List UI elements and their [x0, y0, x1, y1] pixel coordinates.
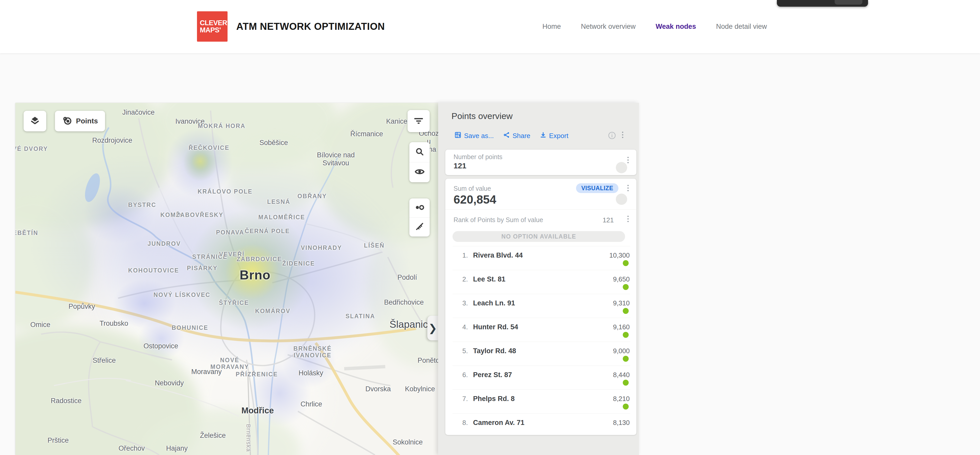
map-label: PŘÍZŘENICE [236, 371, 278, 378]
map-label: ČERNÁ POLE [245, 228, 290, 234]
map-label: Ořechov [119, 445, 145, 453]
map-canvas[interactable]: BrnoŠlapaniceModřiceJinačoviceIvanoviceR… [16, 103, 438, 455]
map-label: Moravany [191, 368, 222, 376]
status-dot [623, 332, 629, 338]
layer-toggle[interactable] [616, 162, 627, 173]
measure-button[interactable] [409, 217, 430, 237]
rank-value: 9,160 [613, 323, 630, 331]
map-label: Popůvky [68, 303, 95, 311]
rank-value: 9,650 [613, 275, 630, 283]
no-option-available-pill: NO OPTION AVAILABLE [452, 231, 625, 242]
map-label: Brněnská [245, 424, 251, 452]
rank-name: Lee St. 81 [473, 275, 506, 283]
map-label: MALOMĚŘICE [258, 214, 305, 220]
map-label: MOKRÁ HORA [198, 123, 245, 129]
points-layer-chip[interactable]: Points [55, 111, 105, 131]
compare-points-button[interactable] [409, 198, 430, 217]
map-label: Rozdrojovice [92, 136, 132, 144]
map-label: KOHOUTOVICE [128, 267, 179, 274]
visibility-button[interactable] [409, 162, 430, 182]
number-of-points-card[interactable]: Number of points 121 [445, 150, 636, 175]
compare-points-icon [414, 202, 425, 214]
rank-number: 3. [452, 299, 468, 307]
nav-network-overview[interactable]: Network overview [581, 22, 636, 30]
layer-toggle[interactable] [616, 193, 627, 205]
rank-row[interactable]: 5.Taylor Rd. 489,000 [452, 342, 630, 366]
compare-measure-group [409, 198, 430, 236]
rank-number: 1. [452, 251, 468, 259]
map-label: ZÁBRDOVICE [237, 256, 282, 262]
search-icon [415, 147, 425, 158]
save-as-label: Save as... [464, 132, 494, 140]
info-icon[interactable] [608, 131, 616, 141]
nav-node-detail-view[interactable]: Node detail view [716, 22, 767, 30]
rank-name: Cameron Av. 71 [473, 419, 524, 427]
map-label: Ponětovice [418, 356, 438, 364]
map-label: ŽABOVŘESKY [176, 211, 223, 218]
map-label: ŽEBĚTÍN [16, 229, 38, 236]
rank-row[interactable]: 1.Rivera Blvd. 4410,300 [452, 246, 630, 270]
status-dot [623, 356, 629, 362]
kpi-label: Number of points [453, 153, 502, 161]
rank-value: 9,000 [613, 347, 630, 355]
points-overview-panel: Points overview Save as... Share Export [438, 103, 639, 455]
rank-name: Leach Ln. 91 [473, 299, 515, 307]
filter-icon [413, 115, 424, 127]
card-menu-icon[interactable] [626, 184, 630, 192]
rank-row[interactable]: 3.Leach Ln. 919,310 [452, 294, 630, 318]
app-screen: CLEVER° MAPS' ATM NETWORK OPTIMIZATION H… [0, 0, 980, 455]
map-label: NOVÝ LÍSKOVEC [154, 291, 211, 298]
panel-menu-icon[interactable] [621, 131, 624, 139]
map-label: OBŘANY [298, 193, 327, 200]
rank-list: 1.Rivera Blvd. 4410,3002.Lee St. 819,650… [452, 246, 630, 435]
points-chip-label: Points [76, 117, 98, 125]
filter-button[interactable] [407, 110, 430, 132]
map-label: NOVÉ MORAVANY [210, 356, 249, 370]
map-label: STRÁNICE [192, 253, 228, 260]
rank-value: 9,310 [613, 299, 630, 307]
rank-row[interactable]: 2.Lee St. 819,650 [452, 270, 630, 294]
rank-name: Rivera Blvd. 44 [473, 251, 523, 259]
rank-row[interactable]: 4.Hunter Rd. 549,160 [452, 318, 630, 342]
rank-name: Taylor Rd. 48 [473, 347, 516, 355]
map-label: VEVEŘÍ [219, 251, 245, 257]
map-label: Podolí [398, 273, 417, 281]
map-label: Modřice [242, 406, 274, 415]
visualize-badge[interactable]: VISUALIZE [576, 183, 619, 193]
map-label: Střelice [93, 356, 116, 364]
rank-number: 5. [452, 347, 468, 355]
layers-button[interactable] [24, 111, 46, 131]
sum-of-value-card[interactable]: Sum of value 620,854 VISUALIZE Rank of P… [445, 179, 636, 435]
nav-weak-nodes[interactable]: Weak nodes [655, 22, 696, 30]
clevermaps-logo[interactable]: CLEVER° MAPS' [197, 11, 228, 42]
map-label: Želešice [200, 432, 226, 439]
map-label: Kanice [386, 118, 407, 125]
rank-menu-icon[interactable] [626, 215, 630, 223]
export-button[interactable]: Export [539, 131, 568, 140]
export-label: Export [549, 132, 568, 140]
map-label: Brno [240, 268, 271, 283]
save-as-button[interactable]: Save as... [454, 131, 494, 140]
status-dot [623, 380, 629, 386]
rank-value: 8,440 [613, 371, 630, 379]
map-label: Bílovice nad Svitavou [317, 151, 355, 167]
map-label: JUNDROV [147, 240, 181, 247]
map-label: LÍŠEŇ [364, 242, 385, 249]
rank-row[interactable]: 7.Phelps Rd. 88,210 [452, 390, 630, 413]
rank-row[interactable]: 6.Perez St. 878,440 [452, 366, 630, 390]
map-label: ŠTÝŘICE [219, 300, 249, 306]
rank-row[interactable]: 8.Cameron Av. 718,130 [452, 413, 630, 435]
map-label: Jinačovice [122, 109, 154, 117]
status-dot [623, 308, 629, 314]
panel-collapse-tab[interactable]: ❯ [427, 316, 439, 340]
nav-home[interactable]: Home [542, 22, 561, 30]
map-label: PONAVA [216, 229, 244, 236]
map-labels-layer: BrnoŠlapaniceModřiceJinačoviceIvanoviceR… [16, 103, 438, 455]
map-label: Omice [30, 321, 50, 329]
map-label: Řícmanice [350, 130, 383, 138]
share-button[interactable]: Share [503, 131, 530, 140]
card-menu-icon[interactable] [626, 156, 630, 164]
map-search-button[interactable] [409, 142, 430, 162]
map-label: BOHUNICE [172, 324, 208, 331]
save-view-icon [454, 131, 462, 140]
